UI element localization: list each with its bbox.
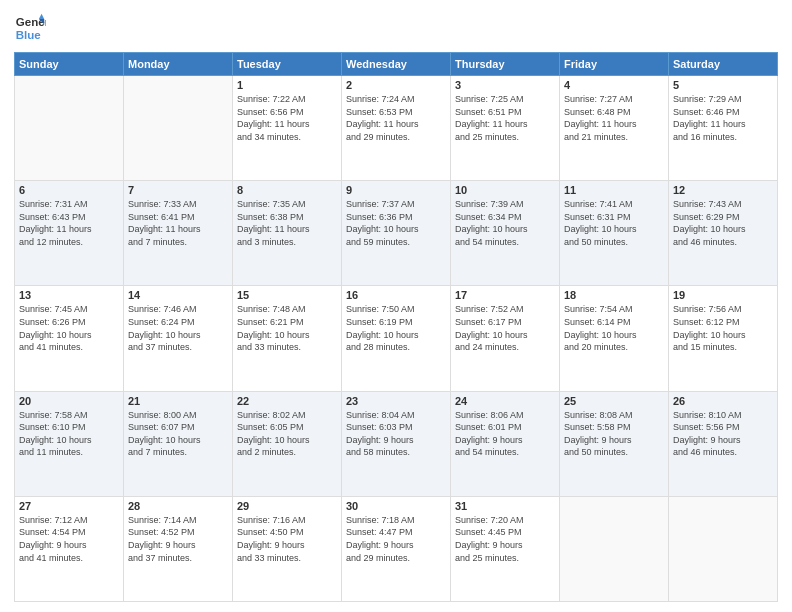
day-info: Sunrise: 8:00 AM Sunset: 6:07 PM Dayligh… <box>128 409 228 459</box>
day-number: 8 <box>237 184 337 196</box>
day-number: 16 <box>346 289 446 301</box>
day-cell: 30Sunrise: 7:18 AM Sunset: 4:47 PM Dayli… <box>342 496 451 601</box>
day-number: 25 <box>564 395 664 407</box>
day-info: Sunrise: 7:25 AM Sunset: 6:51 PM Dayligh… <box>455 93 555 143</box>
day-number: 9 <box>346 184 446 196</box>
day-info: Sunrise: 7:37 AM Sunset: 6:36 PM Dayligh… <box>346 198 446 248</box>
day-cell <box>124 76 233 181</box>
day-cell: 17Sunrise: 7:52 AM Sunset: 6:17 PM Dayli… <box>451 286 560 391</box>
day-cell: 12Sunrise: 7:43 AM Sunset: 6:29 PM Dayli… <box>669 181 778 286</box>
day-cell: 2Sunrise: 7:24 AM Sunset: 6:53 PM Daylig… <box>342 76 451 181</box>
day-number: 13 <box>19 289 119 301</box>
day-cell: 4Sunrise: 7:27 AM Sunset: 6:48 PM Daylig… <box>560 76 669 181</box>
day-number: 18 <box>564 289 664 301</box>
day-cell: 5Sunrise: 7:29 AM Sunset: 6:46 PM Daylig… <box>669 76 778 181</box>
day-info: Sunrise: 7:18 AM Sunset: 4:47 PM Dayligh… <box>346 514 446 564</box>
day-cell: 31Sunrise: 7:20 AM Sunset: 4:45 PM Dayli… <box>451 496 560 601</box>
header: General Blue <box>14 12 778 44</box>
day-info: Sunrise: 7:12 AM Sunset: 4:54 PM Dayligh… <box>19 514 119 564</box>
day-cell: 23Sunrise: 8:04 AM Sunset: 6:03 PM Dayli… <box>342 391 451 496</box>
col-header-sunday: Sunday <box>15 53 124 76</box>
week-row-1: 1Sunrise: 7:22 AM Sunset: 6:56 PM Daylig… <box>15 76 778 181</box>
day-cell: 20Sunrise: 7:58 AM Sunset: 6:10 PM Dayli… <box>15 391 124 496</box>
col-header-monday: Monday <box>124 53 233 76</box>
svg-text:Blue: Blue <box>16 29 42 41</box>
day-number: 15 <box>237 289 337 301</box>
day-cell: 22Sunrise: 8:02 AM Sunset: 6:05 PM Dayli… <box>233 391 342 496</box>
day-info: Sunrise: 7:35 AM Sunset: 6:38 PM Dayligh… <box>237 198 337 248</box>
day-info: Sunrise: 7:31 AM Sunset: 6:43 PM Dayligh… <box>19 198 119 248</box>
col-header-friday: Friday <box>560 53 669 76</box>
day-info: Sunrise: 7:24 AM Sunset: 6:53 PM Dayligh… <box>346 93 446 143</box>
page: General Blue SundayMondayTuesdayWednesda… <box>0 0 792 612</box>
day-cell: 13Sunrise: 7:45 AM Sunset: 6:26 PM Dayli… <box>15 286 124 391</box>
week-row-5: 27Sunrise: 7:12 AM Sunset: 4:54 PM Dayli… <box>15 496 778 601</box>
day-number: 27 <box>19 500 119 512</box>
col-header-tuesday: Tuesday <box>233 53 342 76</box>
day-info: Sunrise: 7:33 AM Sunset: 6:41 PM Dayligh… <box>128 198 228 248</box>
day-cell: 21Sunrise: 8:00 AM Sunset: 6:07 PM Dayli… <box>124 391 233 496</box>
day-number: 20 <box>19 395 119 407</box>
day-cell: 19Sunrise: 7:56 AM Sunset: 6:12 PM Dayli… <box>669 286 778 391</box>
header-row: SundayMondayTuesdayWednesdayThursdayFrid… <box>15 53 778 76</box>
day-number: 11 <box>564 184 664 196</box>
day-number: 12 <box>673 184 773 196</box>
day-info: Sunrise: 7:39 AM Sunset: 6:34 PM Dayligh… <box>455 198 555 248</box>
day-number: 31 <box>455 500 555 512</box>
day-info: Sunrise: 7:14 AM Sunset: 4:52 PM Dayligh… <box>128 514 228 564</box>
week-row-2: 6Sunrise: 7:31 AM Sunset: 6:43 PM Daylig… <box>15 181 778 286</box>
day-cell: 26Sunrise: 8:10 AM Sunset: 5:56 PM Dayli… <box>669 391 778 496</box>
day-info: Sunrise: 7:43 AM Sunset: 6:29 PM Dayligh… <box>673 198 773 248</box>
day-number: 10 <box>455 184 555 196</box>
day-number: 2 <box>346 79 446 91</box>
day-info: Sunrise: 7:29 AM Sunset: 6:46 PM Dayligh… <box>673 93 773 143</box>
day-cell: 16Sunrise: 7:50 AM Sunset: 6:19 PM Dayli… <box>342 286 451 391</box>
day-cell <box>669 496 778 601</box>
day-number: 5 <box>673 79 773 91</box>
day-cell: 6Sunrise: 7:31 AM Sunset: 6:43 PM Daylig… <box>15 181 124 286</box>
day-info: Sunrise: 7:45 AM Sunset: 6:26 PM Dayligh… <box>19 303 119 353</box>
day-cell: 15Sunrise: 7:48 AM Sunset: 6:21 PM Dayli… <box>233 286 342 391</box>
day-cell: 18Sunrise: 7:54 AM Sunset: 6:14 PM Dayli… <box>560 286 669 391</box>
day-number: 6 <box>19 184 119 196</box>
day-number: 19 <box>673 289 773 301</box>
day-number: 29 <box>237 500 337 512</box>
day-info: Sunrise: 8:10 AM Sunset: 5:56 PM Dayligh… <box>673 409 773 459</box>
week-row-4: 20Sunrise: 7:58 AM Sunset: 6:10 PM Dayli… <box>15 391 778 496</box>
day-info: Sunrise: 7:20 AM Sunset: 4:45 PM Dayligh… <box>455 514 555 564</box>
day-number: 3 <box>455 79 555 91</box>
day-cell: 10Sunrise: 7:39 AM Sunset: 6:34 PM Dayli… <box>451 181 560 286</box>
day-info: Sunrise: 7:52 AM Sunset: 6:17 PM Dayligh… <box>455 303 555 353</box>
day-number: 21 <box>128 395 228 407</box>
day-cell: 27Sunrise: 7:12 AM Sunset: 4:54 PM Dayli… <box>15 496 124 601</box>
day-number: 4 <box>564 79 664 91</box>
day-info: Sunrise: 8:02 AM Sunset: 6:05 PM Dayligh… <box>237 409 337 459</box>
day-number: 28 <box>128 500 228 512</box>
day-info: Sunrise: 7:58 AM Sunset: 6:10 PM Dayligh… <box>19 409 119 459</box>
day-cell: 11Sunrise: 7:41 AM Sunset: 6:31 PM Dayli… <box>560 181 669 286</box>
day-info: Sunrise: 7:56 AM Sunset: 6:12 PM Dayligh… <box>673 303 773 353</box>
day-info: Sunrise: 7:27 AM Sunset: 6:48 PM Dayligh… <box>564 93 664 143</box>
day-info: Sunrise: 7:54 AM Sunset: 6:14 PM Dayligh… <box>564 303 664 353</box>
day-cell: 1Sunrise: 7:22 AM Sunset: 6:56 PM Daylig… <box>233 76 342 181</box>
day-cell: 3Sunrise: 7:25 AM Sunset: 6:51 PM Daylig… <box>451 76 560 181</box>
day-cell <box>15 76 124 181</box>
day-number: 14 <box>128 289 228 301</box>
day-cell <box>560 496 669 601</box>
day-info: Sunrise: 7:22 AM Sunset: 6:56 PM Dayligh… <box>237 93 337 143</box>
day-info: Sunrise: 7:50 AM Sunset: 6:19 PM Dayligh… <box>346 303 446 353</box>
day-info: Sunrise: 7:46 AM Sunset: 6:24 PM Dayligh… <box>128 303 228 353</box>
day-number: 7 <box>128 184 228 196</box>
day-cell: 8Sunrise: 7:35 AM Sunset: 6:38 PM Daylig… <box>233 181 342 286</box>
day-number: 22 <box>237 395 337 407</box>
day-cell: 28Sunrise: 7:14 AM Sunset: 4:52 PM Dayli… <box>124 496 233 601</box>
logo: General Blue <box>14 12 46 44</box>
day-number: 17 <box>455 289 555 301</box>
day-info: Sunrise: 7:16 AM Sunset: 4:50 PM Dayligh… <box>237 514 337 564</box>
day-number: 1 <box>237 79 337 91</box>
day-cell: 7Sunrise: 7:33 AM Sunset: 6:41 PM Daylig… <box>124 181 233 286</box>
calendar-table: SundayMondayTuesdayWednesdayThursdayFrid… <box>14 52 778 602</box>
day-cell: 24Sunrise: 8:06 AM Sunset: 6:01 PM Dayli… <box>451 391 560 496</box>
day-cell: 29Sunrise: 7:16 AM Sunset: 4:50 PM Dayli… <box>233 496 342 601</box>
col-header-thursday: Thursday <box>451 53 560 76</box>
